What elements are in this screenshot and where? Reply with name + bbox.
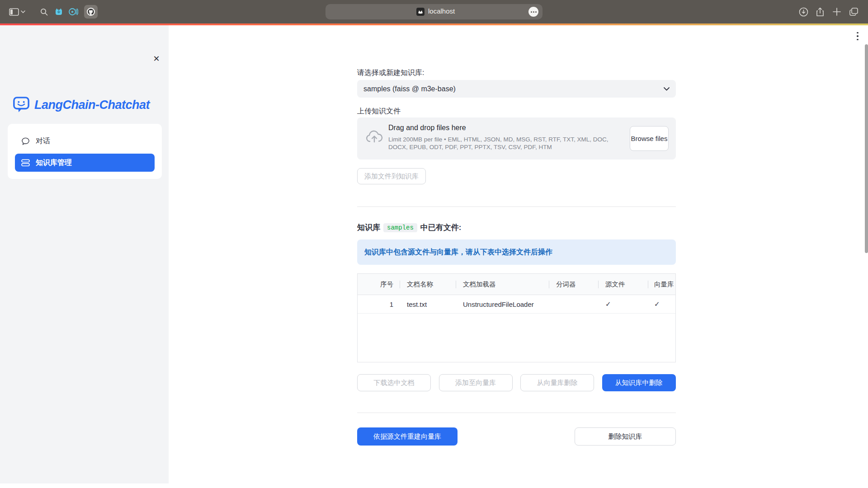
col-header-index: 序号	[358, 274, 400, 295]
browse-files-button[interactable]: Browse files	[630, 126, 669, 151]
col-header-vector: 向量库	[648, 274, 675, 295]
logo-bubble-icon	[13, 96, 30, 114]
kb-select-value: samples (faiss @ m3e-base)	[363, 85, 456, 93]
rebuild-vector-store-button[interactable]: 依据源文件重建向量库	[357, 427, 458, 446]
table-header-row: 序号 文档名称 文档加载器 分词器 源文件 向量库	[358, 274, 675, 295]
kb-select[interactable]: samples (faiss @ m3e-base)	[357, 80, 676, 98]
sidebar-toggle-icon[interactable]	[8, 0, 20, 23]
divider	[357, 413, 676, 413]
cell-loader[interactable]: UnstructuredFileLoader	[456, 295, 549, 313]
downloads-icon[interactable]	[797, 0, 809, 23]
cell-vector-check[interactable]: ✓	[648, 295, 675, 313]
share-icon[interactable]	[814, 0, 826, 23]
cloud-upload-icon	[365, 130, 383, 143]
cat-extension-icon[interactable]	[53, 0, 64, 23]
page-scrollbar[interactable]	[865, 44, 868, 253]
sidebar-item-kb-management[interactable]: 知识库管理	[15, 154, 155, 172]
table-row[interactable]: 1 test.txt UnstructuredFileLoader ✓ ✓	[358, 295, 675, 314]
app-logo: LangChain-Chatchat	[13, 96, 150, 114]
record-extension-icon[interactable]	[68, 0, 79, 23]
dropzone-limit-text: Limit 200MB per file • EML, HTML, JSON, …	[388, 136, 628, 151]
github-extension-icon[interactable]	[84, 0, 98, 23]
upload-label: 上传知识文件	[357, 107, 401, 116]
nav-menu: 对话 知识库管理	[8, 124, 162, 179]
kb-select-label: 请选择或新建知识库:	[357, 68, 424, 78]
heading-suffix: 中已有文件:	[420, 222, 462, 233]
cell-name[interactable]: test.txt	[400, 295, 456, 313]
sidebar: ✕ LangChain-Chatchat 对话 知识库管理	[0, 25, 169, 483]
logo-text: LangChain-Chatchat	[34, 98, 150, 112]
info-alert: 知识库中包含源文件与向量库，请从下表中选择文件后操作	[357, 239, 676, 265]
sidebar-item-label: 对话	[36, 136, 50, 146]
add-files-to-kb-button[interactable]: 添加文件到知识库	[357, 168, 426, 184]
kb-files-table: 序号 文档名称 文档加载器 分词器 源文件 向量库 1 test.txt Uns…	[357, 273, 676, 362]
sidebar-item-dialogue[interactable]: 对话	[15, 132, 155, 150]
search-icon[interactable]	[39, 0, 49, 23]
address-bar[interactable]: localhost	[326, 4, 542, 19]
chat-bubble-icon	[21, 137, 30, 145]
heading-prefix: 知识库	[357, 222, 380, 233]
stacked-list-icon	[21, 159, 30, 167]
kb-name-code: samples	[383, 223, 417, 232]
sidebar-chevron-icon[interactable]	[20, 0, 26, 23]
browser-toolbar: localhost	[0, 0, 868, 23]
file-action-buttons: 下载选中文档 添加至向量库 从向量库删除 从知识库中删除	[357, 374, 676, 391]
tabs-overview-icon[interactable]	[847, 0, 860, 23]
site-favicon	[416, 8, 425, 16]
kb-files-heading: 知识库 samples 中已有文件:	[357, 222, 461, 233]
main-menu-kebab-icon[interactable]	[854, 30, 862, 42]
add-to-vector-button[interactable]: 添加至向量库	[439, 374, 513, 391]
remove-from-vector-button[interactable]: 从向量库删除	[520, 374, 594, 391]
info-alert-text: 知识库中包含源文件与向量库，请从下表中选择文件后操作	[364, 248, 552, 257]
download-selected-button[interactable]: 下载选中文档	[357, 374, 431, 391]
file-uploader-dropzone[interactable]: Drag and drop files here Limit 200MB per…	[357, 117, 676, 160]
address-more-icon[interactable]	[528, 7, 538, 17]
chevron-down-icon	[664, 87, 670, 91]
cell-splitter[interactable]	[549, 295, 598, 313]
cell-source-check[interactable]: ✓	[598, 295, 648, 313]
new-tab-icon[interactable]	[831, 0, 843, 23]
sidebar-close-icon[interactable]: ✕	[151, 53, 162, 64]
col-header-source: 源文件	[598, 274, 648, 295]
dropzone-title: Drag and drop files here	[388, 124, 466, 132]
col-header-name: 文档名称	[400, 274, 456, 295]
remove-from-kb-button[interactable]: 从知识库中删除	[602, 374, 676, 391]
col-header-splitter: 分词器	[549, 274, 598, 295]
address-url: localhost	[428, 7, 455, 15]
col-header-loader: 文档加载器	[456, 274, 549, 295]
divider	[357, 206, 676, 207]
delete-kb-button[interactable]: 删除知识库	[575, 427, 676, 446]
cell-index[interactable]: 1	[358, 295, 400, 313]
sidebar-item-label: 知识库管理	[36, 158, 72, 168]
